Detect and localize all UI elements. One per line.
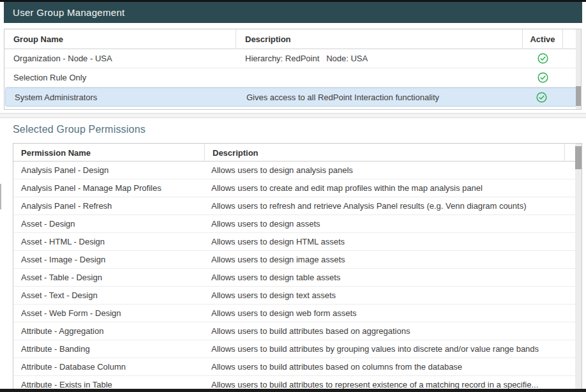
permission-name: Asset - Table - Design — [13, 273, 205, 282]
group-row-selection-rule-only[interactable]: Selection Rule Only — [4, 68, 581, 87]
permission-description: Allows users to create and edit map prof… — [205, 183, 565, 193]
column-header-description: Description — [205, 144, 565, 162]
column-header-permission-name: Permission Name — [13, 144, 205, 162]
permission-row[interactable]: Analysis Panel - Design Allows users to … — [13, 162, 582, 179]
permission-name: Attribute - Exists in Table — [13, 380, 205, 389]
groups-table-header: Group Name Description Active — [4, 29, 581, 49]
permission-row[interactable]: Attribute - Banding Allows users to buil… — [13, 340, 582, 358]
groups-table: Group Name Description Active Organizati… — [4, 29, 582, 110]
column-header-group-name: Group Name — [4, 29, 236, 49]
permission-row[interactable]: Attribute - Database Column Allows users… — [13, 358, 582, 376]
permission-row[interactable]: Asset - HTML - Design Allows users to de… — [13, 233, 582, 251]
permission-name: Asset - Image - Design — [13, 255, 205, 264]
permissions-table: Permission Name Description Analysis Pan… — [13, 143, 582, 392]
active-check-icon — [522, 92, 562, 103]
column-header-description: Description — [236, 29, 523, 49]
permission-row[interactable]: Asset - Image - Design Allows users to d… — [13, 251, 582, 269]
permission-name: Analysis Panel - Design — [13, 165, 205, 175]
permission-name: Asset - Design — [13, 219, 205, 229]
permission-name: Analysis Panel - Refresh — [13, 201, 205, 211]
permission-description: Allows users to design table assets — [205, 273, 565, 282]
groups-table-scrollbar[interactable] — [576, 29, 581, 109]
group-name: Selection Rule Only — [4, 73, 236, 82]
group-name: System Administrators — [6, 93, 237, 102]
permissions-table-header: Permission Name Description — [13, 144, 582, 162]
active-check-icon — [523, 53, 563, 64]
active-check-icon — [523, 72, 563, 83]
page-title: User Group Management — [13, 7, 125, 18]
group-description: Hierarchy: RedPoint Node: USA — [236, 54, 523, 63]
permission-description: Allows users to design text assets — [205, 290, 565, 300]
permission-row[interactable]: Analysis Panel - Manage Map Profiles All… — [13, 179, 582, 197]
permission-row[interactable]: Asset - Text - Design Allows users to de… — [13, 287, 582, 305]
left-edge-scroll-fragment — [0, 184, 1, 209]
section-divider — [0, 113, 586, 118]
permission-description: Allows users to design assets — [205, 219, 565, 229]
groups-scrollbar-thumb[interactable] — [576, 86, 581, 106]
permission-row[interactable]: Attribute - Aggregation Allows users to … — [13, 322, 582, 340]
permission-name: Asset - Web Form - Design — [13, 308, 205, 318]
permission-name: Attribute - Database Column — [13, 362, 205, 372]
permission-description: Allows users to design image assets — [205, 255, 565, 264]
group-description: Gives access to all RedPoint Interaction… — [237, 93, 522, 102]
permission-name: Asset - Text - Design — [13, 290, 205, 300]
column-header-active: Active — [523, 29, 563, 49]
permission-row[interactable]: Asset - Table - Design Allows users to d… — [13, 269, 582, 287]
permission-description: Allows users to build attributes to repr… — [205, 380, 565, 389]
permission-description: Allows users to build attributes based o… — [205, 362, 565, 372]
group-row-system-administrators-selected[interactable]: System Administrators Gives access to al… — [5, 87, 580, 107]
permission-description: Allows users to build attributes by grou… — [205, 344, 565, 354]
permissions-scrollbar-thumb[interactable] — [575, 146, 582, 169]
permission-row[interactable]: Asset - Web Form - Design Allows users t… — [13, 305, 582, 322]
group-name: Organization - Node - USA — [4, 54, 236, 63]
permission-row[interactable]: Analysis Panel - Refresh Allows users to… — [13, 197, 582, 215]
permission-description: Allows users to build attributes based o… — [205, 326, 565, 336]
group-row-organization-node-usa[interactable]: Organization - Node - USA Hierarchy: Red… — [4, 49, 581, 68]
permission-name: Analysis Panel - Manage Map Profiles — [13, 183, 205, 193]
permissions-section-heading: Selected Group Permissions — [13, 124, 146, 135]
window-bottom-edge — [0, 389, 586, 392]
permission-description: Allows users to refresh and retrieve Ana… — [205, 201, 565, 211]
permission-description: Allows users to design analysis panels — [205, 165, 565, 175]
titlebar: User Group Management — [4, 2, 582, 23]
permission-description: Allows users to design web form assets — [205, 308, 565, 318]
permission-description: Allows users to design HTML assets — [205, 237, 565, 246]
permission-name: Asset - HTML - Design — [13, 237, 205, 246]
permission-name: Attribute - Banding — [13, 344, 205, 354]
permissions-table-scrollbar[interactable] — [575, 144, 582, 392]
permission-row[interactable]: Asset - Design Allows users to design as… — [13, 215, 582, 233]
permission-name: Attribute - Aggregation — [13, 326, 205, 336]
